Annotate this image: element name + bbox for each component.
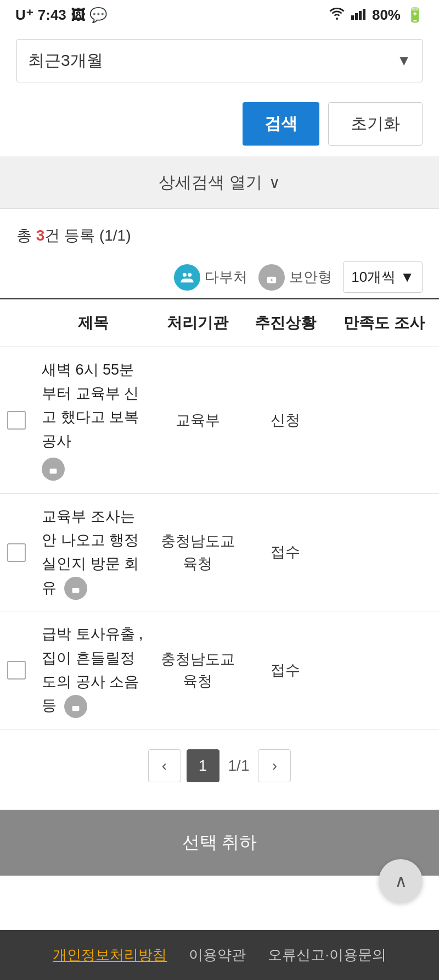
row3-satisfaction bbox=[329, 659, 439, 681]
row1-status: 신청 bbox=[241, 398, 329, 443]
secure-icon bbox=[258, 264, 285, 291]
secure-badge: 보안형 bbox=[258, 264, 332, 291]
footer: 개인정보처리방침 이용약관 오류신고·이용문의 bbox=[0, 930, 439, 980]
result-count-row: 총 3건 등록 (1/1) bbox=[0, 209, 439, 256]
next-page-button[interactable]: › bbox=[258, 749, 291, 782]
svg-rect-2 bbox=[359, 11, 362, 20]
per-page-arrow-icon: ▼ bbox=[400, 269, 414, 286]
row1-checkbox-cell bbox=[0, 400, 33, 441]
privacy-link[interactable]: 개인정보처리방침 bbox=[53, 945, 167, 965]
period-section: 최근3개월 ▼ bbox=[0, 28, 439, 93]
svg-point-7 bbox=[271, 279, 273, 281]
header-satisfaction: 만족도 조사 bbox=[329, 299, 439, 347]
table-row: 새벽 6시 55분 부터 교육부 신고 했다고 보복공사 교육부 신청 bbox=[0, 347, 439, 494]
multi-agency-icon bbox=[174, 264, 200, 291]
row1-agency: 교육부 bbox=[154, 398, 241, 443]
row2-title[interactable]: 교육부 조사는 안 나오고 행정실인지 방문 회유 bbox=[33, 494, 154, 611]
media-icon: 🖼 bbox=[71, 7, 85, 24]
time-label: 7:43 bbox=[38, 7, 66, 24]
table-row: 교육부 조사는 안 나오고 행정실인지 방문 회유 충청남도교육청 접수 bbox=[0, 494, 439, 611]
row3-title[interactable]: 급박 토사유출 ,집이 흔들릴정도의 공사 소음 등 bbox=[33, 611, 154, 728]
svg-rect-0 bbox=[351, 15, 354, 20]
row1-checkbox[interactable] bbox=[7, 411, 26, 430]
row1-lock-icon bbox=[42, 458, 65, 481]
chevron-down-icon: ▼ bbox=[397, 52, 411, 69]
battery-label: 80% bbox=[372, 7, 401, 24]
status-right: 80% 🔋 bbox=[328, 7, 424, 24]
svg-rect-3 bbox=[363, 9, 365, 20]
page-info: 1/1 bbox=[225, 757, 253, 775]
message-icon: 💬 bbox=[89, 7, 107, 24]
lock-small-icon-3 bbox=[70, 700, 82, 712]
secure-label: 보안형 bbox=[289, 268, 332, 287]
per-page-label: 10개씩 bbox=[351, 268, 396, 287]
svg-rect-9 bbox=[72, 588, 79, 593]
buttons-row: 검색 초기화 bbox=[0, 93, 439, 157]
header-agency: 처리기관 bbox=[154, 299, 241, 347]
header-status: 추진상황 bbox=[241, 299, 329, 347]
people-icon bbox=[179, 270, 195, 285]
row3-lock-icon bbox=[64, 695, 87, 718]
pagination: ‹ 1 1/1 › bbox=[0, 730, 439, 799]
battery-icon: 🔋 bbox=[406, 7, 424, 24]
chevron-down-icon: ∨ bbox=[269, 174, 280, 192]
row2-checkbox[interactable] bbox=[7, 543, 26, 562]
carrier-label: U⁺ bbox=[15, 7, 33, 24]
row2-agency: 충청남도교육청 bbox=[154, 519, 241, 586]
row3-checkbox-cell bbox=[0, 650, 33, 691]
header-checkbox-cell bbox=[0, 299, 33, 347]
search-button[interactable]: 검색 bbox=[243, 102, 319, 146]
result-count: 3 bbox=[36, 227, 45, 244]
arrow-up-icon: ∧ bbox=[395, 871, 407, 892]
advanced-search-label: 상세검색 열기 bbox=[159, 171, 262, 194]
svg-rect-1 bbox=[355, 13, 358, 20]
per-page-select[interactable]: 10개씩 ▼ bbox=[343, 261, 423, 293]
row2-checkbox-cell bbox=[0, 532, 33, 573]
multi-agency-badge: 다부처 bbox=[174, 264, 247, 291]
contact-link[interactable]: 오류신고·이용문의 bbox=[268, 945, 386, 965]
row1-satisfaction bbox=[329, 409, 439, 431]
svg-rect-10 bbox=[72, 706, 79, 711]
result-suffix: 건 등록 (1/1) bbox=[44, 227, 131, 244]
row2-status: 접수 bbox=[241, 530, 329, 575]
svg-point-4 bbox=[183, 272, 187, 276]
main-content: 최근3개월 ▼ 검색 초기화 상세검색 열기 ∨ 총 3건 등록 (1/1) 다… bbox=[0, 28, 439, 942]
reset-button[interactable]: 초기화 bbox=[328, 102, 423, 146]
svg-point-5 bbox=[188, 272, 192, 276]
row3-agency: 충청남도교육청 bbox=[154, 637, 241, 704]
prev-page-button[interactable]: ‹ bbox=[148, 749, 181, 782]
multi-agency-label: 다부처 bbox=[205, 268, 247, 287]
period-select[interactable]: 최근3개월 ▼ bbox=[16, 39, 423, 82]
row1-title[interactable]: 새벽 6시 55분 부터 교육부 신고 했다고 보복공사 bbox=[33, 347, 154, 493]
result-prefix: 총 bbox=[16, 227, 36, 244]
filter-row: 다부처 보안형 10개씩 ▼ bbox=[0, 256, 439, 299]
status-bar: U⁺ 7:43 🖼 💬 80% 🔋 bbox=[0, 0, 439, 28]
period-select-label: 최근3개월 bbox=[28, 49, 397, 72]
page-1-button[interactable]: 1 bbox=[187, 749, 219, 782]
row3-status: 접수 bbox=[241, 648, 329, 693]
lock-small-icon bbox=[47, 463, 59, 475]
advanced-search-toggle[interactable]: 상세검색 열기 ∨ bbox=[0, 157, 439, 209]
row3-checkbox[interactable] bbox=[7, 661, 26, 680]
row2-satisfaction bbox=[329, 542, 439, 564]
table-row: 급박 토사유출 ,집이 흔들릴정도의 공사 소음 등 충청남도교육청 접수 bbox=[0, 611, 439, 729]
select-cancel-button[interactable]: 선택 취하 bbox=[0, 810, 439, 876]
header-title: 제목 bbox=[33, 299, 154, 347]
row2-lock-icon bbox=[64, 577, 87, 600]
lock-icon bbox=[264, 270, 279, 285]
svg-rect-8 bbox=[50, 469, 57, 474]
table-header: 제목 처리기관 추진상황 만족도 조사 bbox=[0, 299, 439, 347]
terms-link[interactable]: 이용약관 bbox=[189, 945, 246, 965]
wifi-icon bbox=[328, 7, 346, 24]
signal-icon bbox=[351, 7, 367, 24]
status-left: U⁺ 7:43 🖼 💬 bbox=[15, 7, 107, 24]
scroll-top-button[interactable]: ∧ bbox=[379, 859, 423, 903]
lock-small-icon-2 bbox=[70, 582, 82, 594]
